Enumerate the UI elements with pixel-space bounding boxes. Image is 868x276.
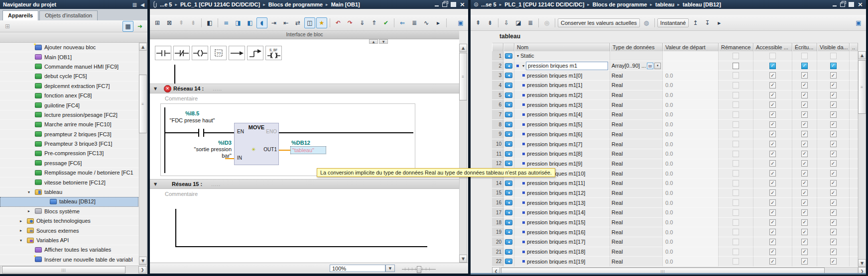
name-cell[interactable]: pression briques m1[4] (514, 110, 610, 120)
writable-checkbox[interactable] (801, 121, 808, 128)
operand-display-alt-icon[interactable]: ◧ (245, 17, 255, 28)
accessible-checkbox[interactable] (769, 151, 776, 157)
tree-hscroll-right-icon[interactable]: ❯ (138, 266, 146, 274)
visible-checkbox[interactable] (830, 131, 837, 137)
visible-checkbox[interactable] (830, 170, 837, 177)
datatype-cell[interactable]: Real (610, 198, 663, 208)
visible-checkbox[interactable] (830, 199, 837, 206)
name-cell[interactable]: pression briques m1[3] (514, 100, 610, 110)
accessible-checkbox[interactable] (769, 219, 776, 226)
name-cell[interactable]: pression briques m1[8] (514, 149, 610, 159)
network-comment-placeholder[interactable]: Commentaire (165, 191, 198, 197)
accessible-checkbox[interactable] (769, 180, 776, 186)
retain-checkbox[interactable] (733, 170, 739, 177)
maximize-icon[interactable] (849, 2, 854, 7)
add-row-icon[interactable]: ⇟ (485, 17, 496, 28)
pin-en[interactable]: EN (237, 129, 244, 134)
breadcrumb-item[interactable]: Blocs de programme (268, 1, 323, 7)
collapse-array-icon[interactable]: ▾ (522, 64, 524, 68)
insert-box-icon[interactable]: ⇄ (292, 17, 303, 28)
initialize-setpoints-icon[interactable]: ◪ (513, 17, 524, 28)
writable-checkbox[interactable] (801, 63, 808, 69)
visible-checkbox[interactable] (830, 239, 837, 245)
more-commands-icon[interactable]: ▸ (714, 17, 725, 28)
table-row-20[interactable]: 20◂pression briques m1[17]Real0.0 (492, 237, 858, 247)
start-value-cell[interactable]: 0.0 (663, 71, 719, 81)
datatype-cell[interactable]: Real (610, 227, 663, 237)
favorite-empty-box-icon[interactable]: ?? (210, 46, 227, 60)
detail-window-icon[interactable]: ▣ (853, 17, 864, 28)
start-value-cell[interactable]: 0.0 (663, 188, 719, 198)
table-row-9[interactable]: 9◂pression briques m1[6]Real0.0 (492, 130, 858, 140)
accessible-checkbox[interactable] (769, 189, 776, 196)
update-block-calls-icon[interactable]: ⇓ (357, 17, 368, 28)
zoom-level-select[interactable]: 100% (330, 265, 385, 272)
expand-icon[interactable]: ▸ (28, 209, 35, 213)
table-row-14[interactable]: 14◂pression briques m1[11]Real0.0 (492, 179, 858, 188)
retain-checkbox[interactable] (733, 189, 739, 196)
minimize-icon[interactable] (435, 5, 439, 6)
visible-checkbox[interactable] (830, 229, 837, 235)
lad-editor-canvas[interactable]: Interface de bloc ▲ ▼ ?? S_BF (150, 31, 459, 263)
tree-item-objets-technologiques[interactable]: ▸Objets technologiques (0, 216, 138, 226)
datatype-cell[interactable]: Real (610, 169, 663, 179)
visible-checkbox[interactable] (830, 180, 837, 186)
free-form-comments-icon[interactable]: ∿ (421, 17, 432, 28)
datatype-cell[interactable]: Real (610, 71, 663, 81)
name-cell[interactable]: pression briques m1[9] (514, 159, 610, 169)
datatype-cell[interactable]: Real (610, 179, 663, 188)
column-header-type-de-donn-es[interactable]: Type de données (610, 43, 663, 51)
tree-item-lecture-pression-pesage-fc2[interactable]: lecture pression/pesage [FC2] (0, 110, 138, 120)
tree-item-ins-rer-une-nouvelle-table-de-variabl[interactable]: Insérer une nouvelle table de variabl (0, 255, 138, 265)
panel-display-options-icon[interactable]: ▥ (132, 2, 137, 7)
datatype-cell[interactable]: Real (610, 130, 663, 140)
name-cell[interactable]: pression briques m1[15] (514, 218, 610, 228)
favorite-sbf-coil-icon[interactable]: S_BF (265, 46, 282, 60)
start-value-cell[interactable]: 0.0 (663, 237, 719, 247)
expand-collapseicon[interactable]: ▾ (28, 190, 35, 194)
new-object-icon[interactable]: ⊞ (2, 21, 13, 32)
accessible-checkbox[interactable] (769, 258, 776, 265)
table-row-16[interactable]: 16◂pression briques m1[13]Real0.0 (492, 198, 858, 208)
collapse-panel-icon[interactable]: ◀ (140, 2, 144, 7)
visible-checkbox[interactable] (830, 141, 837, 147)
accessible-checkbox[interactable] (769, 63, 776, 69)
tree-item-vitesse-betonierre-fc12[interactable]: vitesse betonierre [FC12] (0, 178, 138, 187)
expand-icon[interactable]: ▸ (20, 228, 27, 233)
retain-checkbox[interactable] (733, 258, 739, 265)
breadcrumb-item[interactable]: ...se 5 (481, 1, 496, 7)
breadcrumb-item[interactable]: ...e 5 (160, 1, 172, 7)
contact-symbol[interactable] (198, 129, 199, 137)
previous-error-icon[interactable]: ↶ (333, 17, 344, 28)
writable-checkbox[interactable] (801, 101, 808, 108)
start-value-cell[interactable]: 0.0 (663, 247, 719, 257)
network-comment-placeholder[interactable]: Commentaire (165, 95, 198, 101)
start-value-cell[interactable]: 0.0 (663, 100, 719, 110)
tree-item-sources-externes[interactable]: ▸Sources externes (0, 226, 138, 235)
pin-eno[interactable]: ENO (260, 129, 277, 134)
tree-item-guilotine-fc4[interactable]: guilotine [FC4] (0, 100, 138, 110)
add-row-icon[interactable]: ⇟ (188, 17, 199, 28)
editor-scroll-thumb[interactable]: ≡ (459, 53, 467, 100)
table-scroll-down-icon[interactable]: ▼ (858, 259, 866, 267)
tree-item-remplissage-moule-betoniere-fc1[interactable]: Remplissage moule / betoniere [FC1 (0, 168, 138, 178)
breadcrumb-item[interactable]: tableau [DB12] (683, 1, 721, 7)
retain-checkbox[interactable] (733, 72, 739, 79)
name-cell[interactable]: pression briques m1[1] (514, 81, 610, 91)
editor-settings-window-icon[interactable]: ▣ (455, 17, 466, 28)
retain-checkbox[interactable] (733, 160, 739, 167)
datatype-cell[interactable]: Real (610, 218, 663, 228)
retain-checkbox[interactable] (733, 121, 739, 128)
table-row-22[interactable]: 22◂pression briques m1[19]Real0.0 (492, 257, 858, 267)
start-value-cell[interactable]: 0.0 (663, 130, 719, 140)
start-value-cell[interactable] (663, 61, 719, 71)
table-row-15[interactable]: 15◂pression briques m1[12]Real0.0 (492, 188, 858, 198)
datatype-cell[interactable]: Real (610, 139, 663, 149)
details-view-icon[interactable]: ▦ (123, 21, 133, 32)
retain-checkbox[interactable] (733, 141, 739, 147)
collapse-network-icon[interactable]: ▼ (154, 182, 161, 186)
minimize-icon[interactable] (833, 5, 837, 6)
accessible-checkbox[interactable] (769, 199, 776, 206)
out-operand-field[interactable]: "tableau" (290, 146, 326, 154)
writable-checkbox[interactable] (801, 229, 808, 235)
